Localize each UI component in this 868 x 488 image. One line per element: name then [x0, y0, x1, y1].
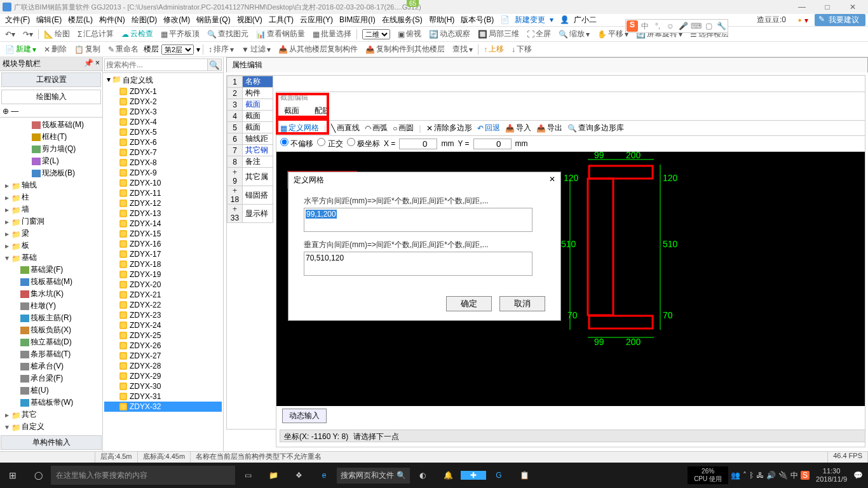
tree-node[interactable]: 桩承台(V)	[1, 360, 101, 372]
menu-floor[interactable]: 楼层(L)	[65, 15, 95, 25]
menu-bim[interactable]: BIM应用(I)	[337, 15, 378, 25]
list-item[interactable]: ZDYX-24	[104, 320, 222, 330]
tb-cloudcheck[interactable]: ☁ 云检查	[119, 29, 156, 39]
tb-findelem[interactable]: 🔍 查找图元	[205, 29, 251, 39]
list-item[interactable]: ZDYX-21	[104, 290, 222, 300]
minimize-button[interactable]: —	[789, 3, 815, 11]
tray-lang[interactable]: 中	[790, 470, 798, 481]
menu-view[interactable]: 视图(V)	[234, 15, 265, 25]
maximize-button[interactable]: □	[815, 3, 840, 11]
list-item[interactable]: ZDYX-14	[104, 219, 222, 229]
taskbar-search[interactable]: 在这里输入你要搜索的内容	[51, 466, 235, 485]
menu-online[interactable]: 在线服务(S)	[379, 15, 425, 25]
new-change-button[interactable]: 📄 新建变更 ▾	[498, 15, 556, 25]
list-item[interactable]: ZDYX-2	[104, 97, 222, 107]
explorer-icon[interactable]: 📁	[261, 471, 286, 480]
app-icon-2[interactable]: ◐	[410, 471, 435, 480]
rb-polar[interactable]: 极坐标	[347, 138, 380, 149]
prop-row[interactable]: 1名称	[227, 76, 273, 88]
tree-node[interactable]: 承台梁(F)	[1, 372, 101, 384]
list-item[interactable]: ZDYX-32	[104, 402, 222, 412]
tb-delete[interactable]: ✕ 删除	[41, 44, 69, 55]
rb-nooffset[interactable]: 不偏移	[280, 138, 313, 149]
rb-ortho[interactable]: 正交	[317, 138, 342, 149]
list-item[interactable]: ZDYX-1	[104, 86, 222, 97]
tree-node[interactable]: 现浇板(B)	[1, 167, 101, 179]
list-item[interactable]: ZDYX-27	[104, 351, 222, 361]
y-input[interactable]	[473, 139, 512, 149]
dynamic-input-toggle[interactable]: 动态输入	[282, 409, 327, 423]
list-item[interactable]: ZDYX-31	[104, 391, 222, 402]
cortana-icon[interactable]: ◯	[25, 471, 51, 480]
btn-undo[interactable]: ↶ 回退	[477, 123, 500, 133]
prop-row[interactable]: 8备注	[227, 156, 273, 168]
edge-icon[interactable]: e	[311, 471, 337, 480]
ime-punct-icon[interactable]: °,	[652, 22, 663, 30]
list-item[interactable]: ZDYX-30	[104, 381, 222, 391]
app-icon-1[interactable]: ❖	[286, 471, 311, 480]
nav-tab-single[interactable]: 单构件输入	[1, 435, 102, 450]
ime-face-icon[interactable]: ☺	[665, 22, 676, 30]
tb-redo[interactable]: ↷▾	[20, 30, 36, 39]
tb-sort[interactable]: ↕ 排序▾	[206, 44, 236, 55]
prop-row[interactable]: 7其它钢	[227, 145, 273, 156]
taskview-icon[interactable]: ▭	[235, 471, 261, 480]
tb-find[interactable]: 查找▾	[450, 44, 475, 55]
tree-node[interactable]: 集水坑(K)	[1, 288, 101, 300]
cpu-meter[interactable]: 26%CPU 使用	[688, 466, 728, 484]
list-item[interactable]: ZDYX-18	[104, 259, 222, 269]
list-item[interactable]: ZDYX-11	[104, 188, 222, 198]
tb-up[interactable]: ↑ 上移	[481, 44, 506, 55]
tab-section[interactable]: 截面	[276, 103, 307, 120]
tb-down[interactable]: ↓ 下移	[509, 44, 534, 55]
tb-flatslab[interactable]: ▦ 平齐板顶	[158, 29, 202, 39]
menu-cloud[interactable]: 云应用(Y)	[297, 15, 336, 25]
prop-row[interactable]: 5截面	[227, 122, 273, 133]
app-icon-5[interactable]: G	[486, 471, 512, 480]
list-item[interactable]: ZDYX-4	[104, 117, 222, 127]
menu-file[interactable]: 文件(F)	[3, 15, 32, 25]
ok-button[interactable]: 确定	[446, 296, 492, 311]
tb-local3d[interactable]: 🔲 局部三维	[475, 29, 522, 39]
prop-row[interactable]: 4截面	[227, 111, 273, 122]
search-input[interactable]	[104, 58, 208, 71]
dialog-close[interactable]: ✕	[549, 175, 555, 186]
list-item[interactable]: ZDYX-13	[104, 208, 222, 219]
ime-keyboard-icon[interactable]: ⌨	[690, 22, 702, 30]
nav-tree[interactable]: 筏板基础(M)框柱(T)剪力墙(Q)梁(L)现浇板(B)▸📁轴线▸📁柱▸📁墙▸📁…	[0, 118, 102, 435]
tray-net-icon[interactable]: 🖧	[756, 471, 764, 480]
cancel-button[interactable]: 取消	[499, 296, 545, 311]
tb-floor-select[interactable]: 第2层	[161, 44, 194, 55]
menu-component[interactable]: 构件(N)	[97, 15, 128, 25]
tree-node[interactable]: 基础板带(W)	[1, 396, 101, 409]
tree-node[interactable]: 筏板基础(M)	[1, 119, 101, 131]
menu-help[interactable]: 帮助(H)	[426, 15, 458, 25]
tb-draw[interactable]: 📐绘图	[41, 29, 72, 39]
tb-copy[interactable]: 📋 复制	[72, 44, 103, 55]
tree-node[interactable]: ▸📁板	[1, 240, 101, 252]
download-badge[interactable]: 65	[407, 0, 419, 7]
tray-sogou-icon[interactable]: S	[801, 471, 810, 480]
tree-node[interactable]: 柱墩(Y)	[1, 300, 101, 312]
tree-node[interactable]: 基础梁(F)	[1, 264, 101, 276]
prop-row[interactable]: 6轴线距	[227, 133, 273, 145]
btn-clear[interactable]: ✕ 清除多边形	[426, 123, 472, 133]
dialog-titlebar[interactable]: 定义网格 ✕	[288, 172, 560, 188]
tb-filter[interactable]: ▼ 过滤▾	[239, 44, 273, 55]
property-tab[interactable]: 属性编辑	[226, 57, 868, 72]
user-button[interactable]: 👤 广小二	[557, 15, 602, 25]
tree-node[interactable]: 筏板基础(M)	[1, 276, 101, 288]
menu-rebar[interactable]: 钢筋量(Q)	[194, 15, 233, 25]
list-item[interactable]: ZDYX-19	[104, 269, 222, 280]
list-item[interactable]: ZDYX-6	[104, 137, 222, 147]
btn-circle[interactable]: ○ 画圆	[393, 123, 414, 133]
list-item[interactable]: ZDYX-7	[104, 147, 222, 158]
tb-viewrebar[interactable]: 📊 查看钢筋量	[254, 29, 308, 39]
tb-zoom[interactable]: 🔍 缩放▾	[556, 29, 592, 39]
x-input[interactable]	[399, 139, 437, 149]
tree-node[interactable]: ▸📁门窗洞	[1, 215, 101, 227]
tree-node[interactable]: 筏板负筋(X)	[1, 324, 101, 336]
tree-node[interactable]: 独立基础(D)	[1, 336, 101, 348]
menu-modify[interactable]: 修改(M)	[161, 15, 193, 25]
start-button[interactable]: ⊞	[0, 470, 25, 480]
